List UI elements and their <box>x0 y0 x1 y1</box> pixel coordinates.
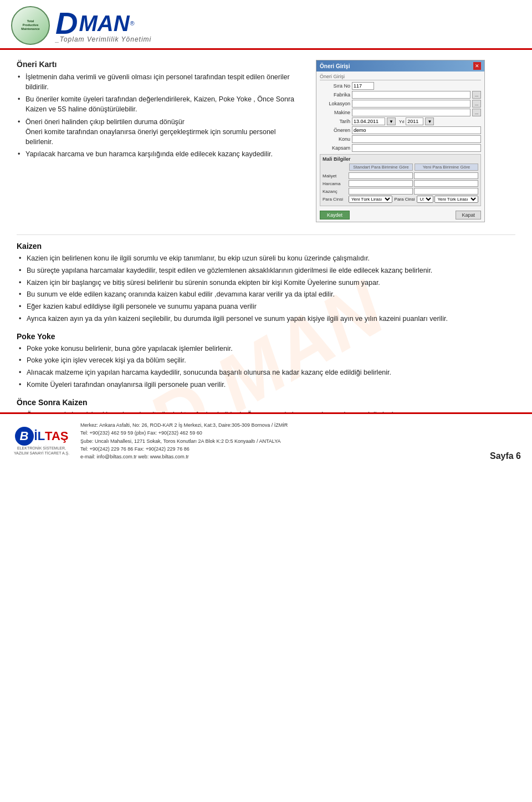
dialog-save-button[interactable]: Kaydet <box>320 211 350 219</box>
poke-yoke-title: Poke Yoke <box>17 332 515 341</box>
list-item: Öneri öneri halinden çıkıp belirtilen du… <box>17 117 305 147</box>
dialog-section-title: Öneri Girişi <box>320 74 481 80</box>
dialog-mali-col1: Standart Para Birimine Göre <box>349 164 413 171</box>
biltas-tas-text: TAŞ <box>45 429 68 443</box>
dialog-kapsam-input[interactable] <box>352 144 481 152</box>
logo-man: MAN <box>79 12 129 34</box>
biltas-b-circle: B <box>15 427 34 446</box>
list-item: Eğer kazien kabul edildiyse ilgili perso… <box>17 302 515 312</box>
dialog-harcama-label: Harcama <box>323 181 347 186</box>
dialog-lokasyon-input[interactable] <box>352 100 470 108</box>
dialog-tarih-label: Tarih <box>320 119 350 124</box>
dialog-footer: Kaydet Kapat <box>316 208 484 222</box>
dialog-para-cinsi-select2[interactable]: USD <box>417 196 433 203</box>
list-item: Kaizen için bir başlangıç ve bitiş süres… <box>17 278 515 288</box>
list-item: Komite Üyeleri tarafından onaylanırsa il… <box>17 380 515 390</box>
logo-circle: Total Productive Maintenance <box>11 6 50 45</box>
list-item: İşletmenin daha verimli ve güvenli olmas… <box>17 72 305 92</box>
footer-logo: B İL TAŞ ELEKTRONİK SİSTEMLER, YAZILIM S… <box>11 427 72 456</box>
dialog-lokasyon-row: Lokasyon ... <box>320 100 481 108</box>
dialog-titlebar: Öneri Girişi ✕ <box>316 60 484 71</box>
dialog-mali-section: Mali Bilgiler Standart Para Birimine Gör… <box>320 154 481 206</box>
dialog-kapsam-row: Kapsam <box>320 144 481 152</box>
dialog-sirano-label: Sıra No <box>320 83 350 89</box>
footer: B İL TAŞ ELEKTRONİK SİSTEMLER, YAZILIM S… <box>0 412 532 468</box>
biltas-logo: B İL TAŞ ELEKTRONİK SİSTEMLER, YAZILIM S… <box>11 427 72 456</box>
logo-dman: D MAN ® _Toplam Verimlilik Yönetimi <box>55 8 151 43</box>
dialog-tarih-row: Tarih ▼ Yıl ▼ <box>320 118 481 125</box>
dialog-yil-btn[interactable]: ▼ <box>425 118 434 125</box>
dialog-kapsam-label: Kapsam <box>320 145 350 151</box>
dialog-oneren-input[interactable] <box>352 126 481 134</box>
footer-tel-branch: Tel: +90(242) 229 76 86 Fax: +90(242) 22… <box>80 445 482 453</box>
dialog-makine-btn[interactable]: ... <box>472 109 481 116</box>
list-item: Kazien için belirlenen konu ile ilgili s… <box>17 253 515 264</box>
dialog-fabrika-btn[interactable]: ... <box>472 91 481 99</box>
dialog-fabrika-label: Fabrika <box>320 92 350 98</box>
dialog-yil-input[interactable] <box>406 118 423 125</box>
kaizen-section: Kaizen Kazien için belirlenen konu ile i… <box>17 242 515 324</box>
dialog-lokasyon-label: Lokasyon <box>320 101 350 106</box>
once-sonra-kaizen-title: Önce Sonra Kaizen <box>17 398 515 407</box>
list-item: Ayrıca kaizen ayın ya da yılın kaizeni s… <box>17 314 515 324</box>
dialog-fabrika-input[interactable] <box>352 91 470 99</box>
oneri-karti-list: İşletmenin daha verimli ve güvenli olmas… <box>17 72 305 159</box>
biltas-logo-top: B İL TAŞ <box>15 427 69 446</box>
dialog-kazanc-input2[interactable] <box>414 188 478 195</box>
kaizen-title: Kaizen <box>17 242 515 251</box>
dialog-mali-col2: Yeni Para Birimine Göre <box>415 164 478 171</box>
divider <box>17 234 515 235</box>
biltas-il-text: İL <box>34 429 45 443</box>
oneri-karti-title: Öneri Kartı <box>17 60 305 69</box>
poke-yoke-list: Poke yoke konusu belirlenir, buna göre y… <box>17 344 515 390</box>
dialog-close-button[interactable]: ✕ <box>473 62 481 70</box>
dialog-konu-input[interactable] <box>352 135 481 143</box>
footer-email: e-mail: info@biltas.com.tr web: www.bilt… <box>80 453 482 461</box>
left-column: Öneri Kartı İşletmenin daha verimli ve g… <box>17 60 305 222</box>
biltas-b-letter: B <box>20 429 29 443</box>
dialog-lokasyon-btn[interactable]: ... <box>472 100 481 108</box>
dialog-harcama-input2[interactable] <box>414 180 478 187</box>
dialog-maliyet-input2[interactable] <box>414 172 478 179</box>
dialog-mali-spacer <box>323 164 347 171</box>
dialog-tarih-btn[interactable]: ▼ <box>387 118 396 125</box>
dialog-cancel-button[interactable]: Kapat <box>456 211 481 219</box>
footer-address-branch: Şube: Uncalı Mahallesi, 1271 Sokak, Toro… <box>80 437 482 445</box>
dialog-maliyet-row: Maliyet <box>323 172 478 179</box>
dialog-screenshot: Öneri Girişi ✕ Öneri Girişi Sıra No Fabr… <box>316 60 485 222</box>
main-top-content: Öneri Kartı İşletmenin daha verimli ve g… <box>0 50 532 228</box>
dialog-body: Öneri Girişi Sıra No Fabrika ... Lokasyo… <box>316 71 484 208</box>
dialog-makine-label: Makine <box>320 110 350 115</box>
dialog-oneren-row: Öneren <box>320 126 481 134</box>
poke-yoke-section: Poke Yoke Poke yoke konusu belirlenir, b… <box>17 332 515 390</box>
dialog-fabrika-row: Fabrika ... <box>320 91 481 99</box>
dialog-harcama-input1[interactable] <box>349 180 413 187</box>
dialog-para-cinsi-select1[interactable]: Yeni Türk Lirası <box>349 196 392 203</box>
dialog-yil-label: Yıl <box>399 119 404 124</box>
page-number: Sayfa 6 <box>490 451 521 461</box>
dialog-maliyet-input1[interactable] <box>349 172 413 179</box>
logo-area: Total Productive Maintenance D MAN ® _To… <box>11 6 151 45</box>
dialog-para-cinsi-label2: Para Cinsi <box>395 197 415 202</box>
logo-registered-icon: ® <box>130 20 135 27</box>
biltas-subtitle: ELEKTRONİK SİSTEMLER, YAZILIM SANAYİ TİC… <box>11 446 72 456</box>
dialog-kazanc-label: Kazanç <box>323 189 347 194</box>
dialog-mali-title: Mali Bilgiler <box>323 156 478 162</box>
dialog-sirano-input[interactable] <box>352 82 374 90</box>
logo-subtitle: _Toplam Verimlilik Yönetimi <box>55 35 151 43</box>
dialog-oneren-label: Öneren <box>320 127 350 133</box>
dialog-maliyet-label: Maliyet <box>323 173 347 178</box>
dialog-makine-row: Makine ... <box>320 109 481 116</box>
dialog-para-cinsi-select3[interactable]: Yeni Türk Lirası <box>434 196 478 203</box>
dialog-tarih-input[interactable] <box>352 118 385 125</box>
footer-contact: Merkez: Ankara Asfalti, No: 26, ROD-KAR … <box>80 421 482 461</box>
list-item: Poke yoke için işlev verecek kişi ya da … <box>17 355 515 366</box>
dialog-sirano-row: Sıra No <box>320 82 481 90</box>
dialog-kazanc-input1[interactable] <box>349 188 413 195</box>
list-item: Bu sunum ve elde edilen kazanç oranında … <box>17 289 515 300</box>
dialog-kazanc-row: Kazanç <box>323 188 478 195</box>
dialog-konu-label: Konu <box>320 136 350 142</box>
list-item: Alınacak malzeme için yapılan harcama ka… <box>17 367 515 378</box>
dialog-para-cinsi-row: Para Cinsi Yeni Türk Lirası Para Cinsi U… <box>323 196 478 203</box>
dialog-makine-input[interactable] <box>352 109 470 116</box>
